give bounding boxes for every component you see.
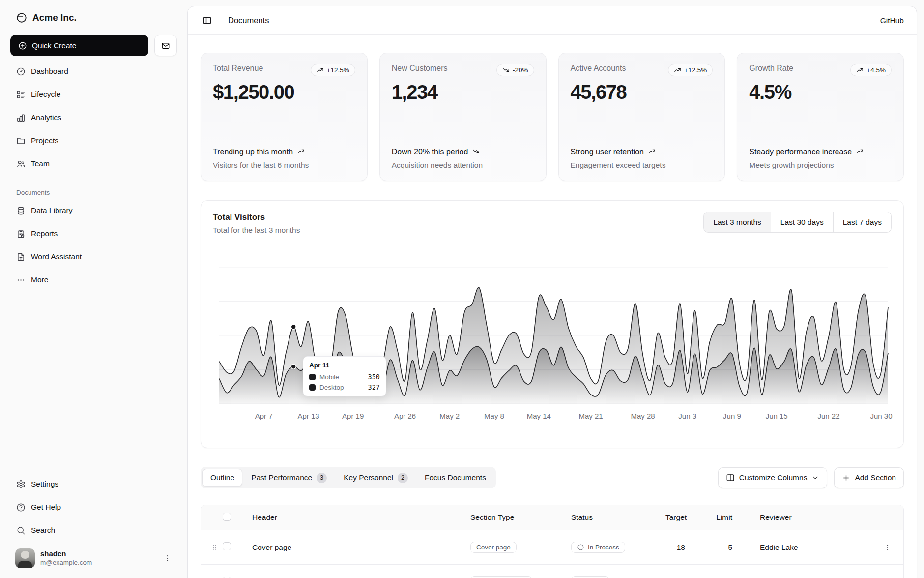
sidebar-item-settings[interactable]: Settings bbox=[10, 475, 177, 493]
page-header: Documents GitHub bbox=[188, 6, 917, 35]
row-actions-kebab[interactable] bbox=[872, 543, 903, 552]
sidebar-item-lifecycle[interactable]: Lifecycle bbox=[10, 85, 177, 104]
trend-up-icon bbox=[648, 148, 656, 155]
stat-footer-desc: Meets growth projections bbox=[749, 161, 892, 170]
tab-outline[interactable]: Outline bbox=[202, 469, 242, 487]
tab-label: Focus Documents bbox=[425, 473, 486, 482]
range-last-30-days[interactable]: Last 30 days bbox=[771, 212, 833, 232]
range-last-7-days[interactable]: Last 7 days bbox=[833, 212, 891, 232]
user-kebab-icon[interactable] bbox=[163, 554, 172, 563]
chart-bar-icon bbox=[16, 113, 26, 122]
sidebar-item-search[interactable]: Search bbox=[10, 521, 177, 540]
stat-footer-title: Steady performance increase bbox=[749, 147, 852, 157]
folder-icon bbox=[16, 136, 26, 146]
svg-text:Jun 3: Jun 3 bbox=[678, 412, 696, 420]
svg-text:May 21: May 21 bbox=[578, 412, 603, 420]
github-link[interactable]: GitHub bbox=[880, 16, 904, 25]
stat-footer: Strong user retention Engagement exceed … bbox=[571, 147, 713, 170]
plus-icon bbox=[842, 474, 850, 482]
tab-past-performance[interactable]: Past Performance3 bbox=[243, 469, 335, 487]
svg-text:May 14: May 14 bbox=[527, 412, 551, 420]
svg-text:Apr 13: Apr 13 bbox=[297, 412, 319, 420]
header-divider bbox=[220, 16, 220, 25]
brand[interactable]: Acme Inc. bbox=[10, 8, 177, 28]
tab-key-personnel[interactable]: Key Personnel2 bbox=[336, 469, 416, 487]
cell-reviewer: Eddie Lake bbox=[740, 543, 872, 552]
tooltip-row-desktop: Desktop 327 bbox=[309, 383, 380, 391]
user-menu[interactable]: shadcn m@example.com bbox=[10, 545, 177, 572]
add-section-button[interactable]: Add Section bbox=[834, 467, 904, 488]
tab-label: Key Personnel bbox=[344, 473, 393, 482]
stat-value: 45,678 bbox=[571, 81, 713, 103]
status-badge: Done bbox=[571, 576, 609, 578]
sidebar-item-label: Team bbox=[31, 159, 50, 168]
series-swatch bbox=[309, 374, 316, 380]
trend-up-icon bbox=[856, 66, 864, 74]
table-row: Table of contents Table of contents Done… bbox=[201, 564, 903, 578]
sidebar-item-more[interactable]: More bbox=[10, 271, 177, 289]
sidebar-item-team[interactable]: Team bbox=[10, 154, 177, 173]
table-header-row: Header Section Type Status Target Limit … bbox=[201, 505, 903, 530]
stat-footer-desc: Visitors for the last 6 months bbox=[213, 161, 355, 170]
sections-table: Header Section Type Status Target Limit … bbox=[201, 505, 904, 578]
sidebar-toggle-button[interactable] bbox=[201, 14, 214, 27]
col-section-type: Section Type bbox=[462, 513, 563, 522]
sidebar-item-label: Projects bbox=[31, 136, 58, 145]
trend-badge: +12.5% bbox=[668, 64, 713, 76]
quick-create-button[interactable]: Quick Create bbox=[10, 35, 148, 56]
help-icon bbox=[16, 503, 26, 512]
row-checkbox[interactable] bbox=[223, 542, 231, 550]
trend-down-icon bbox=[472, 148, 480, 155]
series-name: Mobile bbox=[319, 373, 339, 381]
svg-text:Apr 7: Apr 7 bbox=[255, 412, 273, 420]
trend-down-icon bbox=[502, 66, 510, 74]
tab-focus-documents[interactable]: Focus Documents bbox=[417, 469, 494, 487]
tabs: OutlinePast Performance3Key Personnel2Fo… bbox=[201, 467, 496, 488]
sidebar-item-word-assistant[interactable]: Word Assistant bbox=[10, 247, 177, 266]
drag-handle-icon[interactable] bbox=[206, 543, 223, 551]
col-limit: Limit bbox=[698, 513, 740, 522]
database-icon bbox=[16, 206, 26, 215]
svg-text:Jun 30: Jun 30 bbox=[870, 412, 892, 420]
stat-footer-title: Trending up this month bbox=[213, 147, 293, 157]
quick-create-label: Quick Create bbox=[32, 41, 76, 50]
dots-icon bbox=[16, 275, 26, 285]
sidebar-item-reports[interactable]: Reports bbox=[10, 224, 177, 243]
select-all-checkbox[interactable] bbox=[223, 513, 231, 521]
svg-text:Jun 9: Jun 9 bbox=[723, 412, 741, 420]
stat-value: 1,234 bbox=[392, 81, 534, 103]
brand-name: Acme Inc. bbox=[32, 12, 77, 23]
visitors-area-chart[interactable]: Apr 7Apr 13Apr 19Apr 26May 2May 8May 14M… bbox=[213, 248, 895, 426]
sidebar: Acme Inc. Quick Create Dashboard Lifecyc… bbox=[0, 0, 187, 578]
svg-text:May 2: May 2 bbox=[439, 412, 460, 420]
chart-tooltip: Apr 11 Mobile 350 Desktop 327 bbox=[303, 356, 386, 396]
sidebar-item-get-help[interactable]: Get Help bbox=[10, 498, 177, 517]
stat-card-growth-rate: Growth Rate +4.5% 4.5% Steady performanc… bbox=[737, 53, 904, 181]
inbox-button[interactable] bbox=[154, 35, 177, 56]
sidebar-item-data-library[interactable]: Data Library bbox=[10, 201, 177, 220]
range-last-3-months[interactable]: Last 3 months bbox=[704, 212, 770, 232]
avatar bbox=[15, 548, 35, 568]
chart-area[interactable]: Apr 7Apr 13Apr 19Apr 26May 2May 8May 14M… bbox=[213, 248, 892, 426]
sidebar-item-analytics[interactable]: Analytics bbox=[10, 108, 177, 127]
customize-columns-button[interactable]: Customize Columns bbox=[718, 467, 828, 488]
user-meta: shadcn m@example.com bbox=[40, 549, 92, 567]
col-reviewer: Reviewer bbox=[740, 513, 872, 522]
sidebar-item-label: Analytics bbox=[31, 113, 61, 122]
sidebar-item-dashboard[interactable]: Dashboard bbox=[10, 62, 177, 81]
col-status: Status bbox=[563, 513, 658, 522]
sidebar-item-projects[interactable]: Projects bbox=[10, 131, 177, 150]
stat-card-active-accounts: Active Accounts +12.5% 45,678 Strong use… bbox=[558, 53, 725, 181]
columns-icon bbox=[726, 473, 735, 482]
quick-create-row: Quick Create bbox=[10, 35, 177, 56]
panel-left-icon bbox=[202, 16, 212, 25]
range-toggle-group: Last 3 monthsLast 30 daysLast 7 days bbox=[703, 212, 892, 233]
series-value: 327 bbox=[368, 383, 380, 391]
trend-up-icon bbox=[317, 66, 324, 74]
series-swatch bbox=[309, 384, 316, 391]
user-email: m@example.com bbox=[40, 559, 92, 567]
trend-badge: +12.5% bbox=[311, 64, 355, 76]
stat-footer: Down 20% this period Acquisition needs a… bbox=[392, 147, 534, 170]
svg-text:Apr 26: Apr 26 bbox=[394, 412, 416, 420]
clipboard-icon bbox=[16, 229, 26, 239]
